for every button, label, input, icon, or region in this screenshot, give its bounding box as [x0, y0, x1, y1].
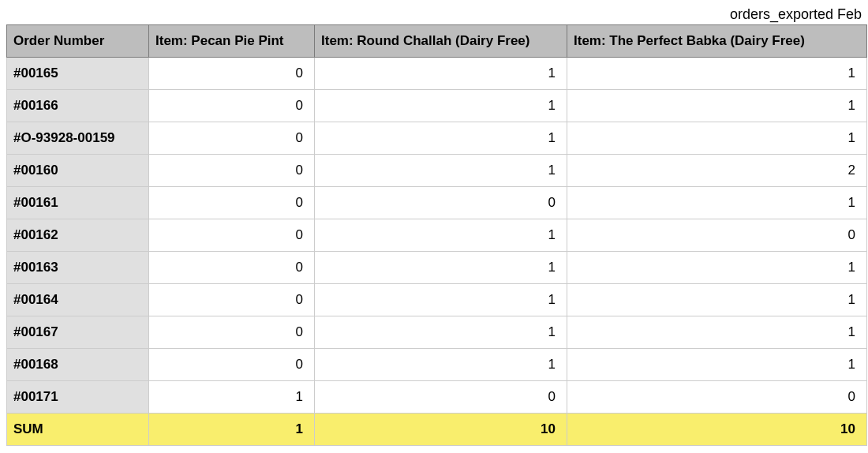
table-row: #00160 0 1 2 [7, 155, 867, 187]
col-header-order-number: Order Number [7, 25, 149, 58]
challah-cell: 1 [315, 58, 567, 90]
table-row: #00165 0 1 1 [7, 58, 867, 90]
challah-cell: 1 [315, 316, 567, 349]
babka-cell: 0 [567, 219, 867, 252]
pecan-pie-cell: 0 [149, 219, 315, 252]
pecan-pie-cell: 0 [149, 252, 315, 284]
order-number-cell: #O-93928-00159 [7, 122, 149, 155]
babka-cell: 1 [567, 316, 867, 349]
pecan-pie-cell: 0 [149, 155, 315, 187]
pecan-pie-cell: 0 [149, 58, 315, 90]
order-number-cell: #00168 [7, 349, 149, 381]
table-row: #00161 0 0 1 [7, 187, 867, 219]
sum-challah-cell: 10 [315, 414, 567, 446]
table-header-row: Order Number Item: Pecan Pie Pint Item: … [7, 25, 867, 58]
sum-pecan-pie-cell: 1 [149, 414, 315, 446]
order-number-cell: #00160 [7, 155, 149, 187]
order-number-cell: #00161 [7, 187, 149, 219]
challah-cell: 0 [315, 381, 567, 414]
order-number-cell: #00166 [7, 90, 149, 122]
col-header-pecan-pie-pint: Item: Pecan Pie Pint [149, 25, 315, 58]
order-number-cell: #00162 [7, 219, 149, 252]
challah-cell: 1 [315, 90, 567, 122]
challah-cell: 1 [315, 219, 567, 252]
table-row: #00168 0 1 1 [7, 349, 867, 381]
order-number-cell: #00165 [7, 58, 149, 90]
order-number-cell: #00163 [7, 252, 149, 284]
sum-babka-cell: 10 [567, 414, 867, 446]
col-header-round-challah: Item: Round Challah (Dairy Free) [315, 25, 567, 58]
pecan-pie-cell: 0 [149, 122, 315, 155]
table-row: #O-93928-00159 0 1 1 [7, 122, 867, 155]
challah-cell: 1 [315, 252, 567, 284]
pecan-pie-cell: 0 [149, 284, 315, 316]
babka-cell: 1 [567, 187, 867, 219]
babka-cell: 1 [567, 122, 867, 155]
pecan-pie-cell: 0 [149, 90, 315, 122]
babka-cell: 1 [567, 349, 867, 381]
orders-table: Order Number Item: Pecan Pie Pint Item: … [6, 24, 867, 446]
pecan-pie-cell: 0 [149, 349, 315, 381]
babka-cell: 2 [567, 155, 867, 187]
table-row: #00162 0 1 0 [7, 219, 867, 252]
sum-row: SUM 1 10 10 [7, 414, 867, 446]
babka-cell: 0 [567, 381, 867, 414]
sum-label-cell: SUM [7, 414, 149, 446]
babka-cell: 1 [567, 284, 867, 316]
challah-cell: 1 [315, 122, 567, 155]
table-row: #00166 0 1 1 [7, 90, 867, 122]
challah-cell: 1 [315, 349, 567, 381]
table-row: #00167 0 1 1 [7, 316, 867, 349]
order-number-cell: #00164 [7, 284, 149, 316]
pecan-pie-cell: 1 [149, 381, 315, 414]
babka-cell: 1 [567, 252, 867, 284]
col-header-perfect-babka: Item: The Perfect Babka (Dairy Free) [567, 25, 867, 58]
challah-cell: 0 [315, 187, 567, 219]
challah-cell: 1 [315, 155, 567, 187]
pecan-pie-cell: 0 [149, 187, 315, 219]
table-row: #00171 1 0 0 [7, 381, 867, 414]
pecan-pie-cell: 0 [149, 316, 315, 349]
challah-cell: 1 [315, 284, 567, 316]
document-title-fragment: orders_exported Feb [6, 6, 862, 23]
babka-cell: 1 [567, 90, 867, 122]
order-number-cell: #00167 [7, 316, 149, 349]
table-row: #00163 0 1 1 [7, 252, 867, 284]
table-row: #00164 0 1 1 [7, 284, 867, 316]
babka-cell: 1 [567, 58, 867, 90]
order-number-cell: #00171 [7, 381, 149, 414]
